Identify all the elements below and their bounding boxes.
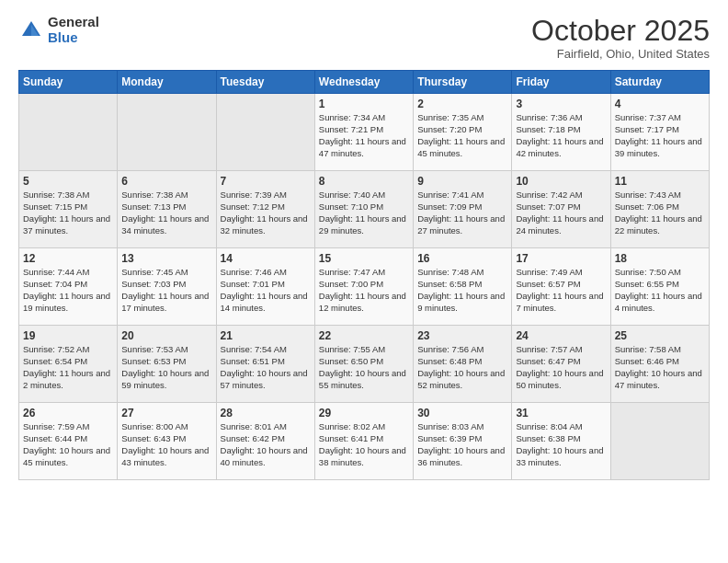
day-info: Sunrise: 7:41 AM Sunset: 7:09 PM Dayligh… — [417, 190, 507, 236]
day-info: Sunrise: 7:57 AM Sunset: 6:47 PM Dayligh… — [516, 344, 606, 391]
day-number: 25 — [615, 329, 705, 342]
calendar-header: Sunday Monday Tuesday Wednesday Thursday… — [19, 71, 710, 94]
day-info: Sunrise: 7:59 AM Sunset: 6:44 PM Dayligh… — [23, 421, 113, 468]
col-saturday: Saturday — [610, 71, 709, 94]
col-friday: Friday — [512, 71, 610, 94]
day-number: 27 — [121, 407, 211, 419]
day-info: Sunrise: 7:56 AM Sunset: 6:48 PM Dayligh… — [417, 344, 507, 391]
day-cell: 15Sunrise: 7:47 AM Sunset: 7:00 PM Dayli… — [314, 248, 413, 326]
day-number: 4 — [615, 98, 705, 110]
day-number: 26 — [23, 407, 113, 419]
day-info: Sunrise: 7:37 AM Sunset: 7:17 PM Dayligh… — [615, 112, 705, 159]
day-info: Sunrise: 7:54 AM Sunset: 6:51 PM Dayligh… — [221, 344, 311, 391]
day-info: Sunrise: 7:43 AM Sunset: 7:06 PM Dayligh… — [615, 190, 705, 236]
day-info: Sunrise: 7:36 AM Sunset: 7:18 PM Dayligh… — [516, 112, 606, 159]
col-thursday: Thursday — [414, 71, 512, 94]
logo-icon — [18, 17, 44, 43]
logo-general: General — [48, 15, 99, 30]
week-row-0: 1Sunrise: 7:34 AM Sunset: 7:21 PM Daylig… — [19, 94, 710, 171]
day-number: 3 — [516, 98, 606, 110]
day-info: Sunrise: 7:35 AM Sunset: 7:20 PM Dayligh… — [417, 112, 507, 159]
day-info: Sunrise: 8:04 AM Sunset: 6:38 PM Dayligh… — [516, 421, 606, 468]
day-cell: 13Sunrise: 7:45 AM Sunset: 7:03 PM Dayli… — [118, 248, 216, 326]
day-number: 5 — [23, 175, 113, 188]
day-cell: 5Sunrise: 7:38 AM Sunset: 7:15 PM Daylig… — [19, 171, 118, 248]
day-cell: 27Sunrise: 8:00 AM Sunset: 6:43 PM Dayli… — [118, 403, 216, 480]
col-tuesday: Tuesday — [216, 71, 314, 94]
day-cell: 29Sunrise: 8:02 AM Sunset: 6:41 PM Dayli… — [314, 403, 413, 480]
day-cell: 16Sunrise: 7:48 AM Sunset: 6:58 PM Dayli… — [414, 248, 512, 326]
day-cell: 24Sunrise: 7:57 AM Sunset: 6:47 PM Dayli… — [512, 326, 610, 403]
day-info: Sunrise: 7:42 AM Sunset: 7:07 PM Dayligh… — [516, 190, 606, 236]
day-info: Sunrise: 7:46 AM Sunset: 7:01 PM Dayligh… — [221, 267, 311, 314]
day-number: 28 — [221, 407, 311, 419]
day-number: 8 — [319, 175, 409, 188]
day-info: Sunrise: 7:38 AM Sunset: 7:15 PM Dayligh… — [23, 190, 113, 236]
week-row-3: 19Sunrise: 7:52 AM Sunset: 6:54 PM Dayli… — [19, 326, 710, 403]
day-info: Sunrise: 7:47 AM Sunset: 7:00 PM Dayligh… — [319, 267, 409, 314]
day-info: Sunrise: 7:55 AM Sunset: 6:50 PM Dayligh… — [319, 344, 409, 391]
day-info: Sunrise: 7:52 AM Sunset: 6:54 PM Dayligh… — [23, 344, 113, 391]
day-number: 20 — [121, 329, 211, 342]
day-info: Sunrise: 8:01 AM Sunset: 6:42 PM Dayligh… — [221, 421, 311, 468]
day-info: Sunrise: 7:53 AM Sunset: 6:53 PM Dayligh… — [121, 344, 211, 391]
day-number: 1 — [319, 98, 409, 110]
day-info: Sunrise: 7:44 AM Sunset: 7:04 PM Dayligh… — [23, 267, 113, 314]
calendar-body: 1Sunrise: 7:34 AM Sunset: 7:21 PM Daylig… — [19, 94, 710, 480]
day-cell: 21Sunrise: 7:54 AM Sunset: 6:51 PM Dayli… — [216, 326, 314, 403]
day-number: 24 — [516, 329, 606, 342]
day-number: 14 — [221, 252, 311, 265]
day-number: 11 — [615, 175, 705, 188]
day-number: 16 — [417, 252, 507, 265]
day-cell: 2Sunrise: 7:35 AM Sunset: 7:20 PM Daylig… — [414, 94, 512, 171]
day-cell: 8Sunrise: 7:40 AM Sunset: 7:10 PM Daylig… — [314, 171, 413, 248]
day-info: Sunrise: 8:00 AM Sunset: 6:43 PM Dayligh… — [121, 421, 211, 468]
page: General Blue October 2025 Fairfield, Ohi… — [0, 0, 728, 563]
day-cell — [118, 94, 216, 171]
day-cell: 10Sunrise: 7:42 AM Sunset: 7:07 PM Dayli… — [512, 171, 610, 248]
col-monday: Monday — [118, 71, 216, 94]
day-cell: 18Sunrise: 7:50 AM Sunset: 6:55 PM Dayli… — [610, 248, 709, 326]
day-info: Sunrise: 7:45 AM Sunset: 7:03 PM Dayligh… — [121, 267, 211, 314]
col-sunday: Sunday — [19, 71, 118, 94]
day-number: 23 — [417, 329, 507, 342]
day-cell: 22Sunrise: 7:55 AM Sunset: 6:50 PM Dayli… — [314, 326, 413, 403]
day-number: 19 — [23, 329, 113, 342]
day-cell: 25Sunrise: 7:58 AM Sunset: 6:46 PM Dayli… — [610, 326, 709, 403]
day-info: Sunrise: 7:58 AM Sunset: 6:46 PM Dayligh… — [615, 344, 705, 391]
day-number: 18 — [615, 252, 705, 265]
day-cell: 6Sunrise: 7:38 AM Sunset: 7:13 PM Daylig… — [118, 171, 216, 248]
header: General Blue October 2025 Fairfield, Ohi… — [18, 15, 710, 61]
day-number: 7 — [221, 175, 311, 188]
day-cell: 1Sunrise: 7:34 AM Sunset: 7:21 PM Daylig… — [314, 94, 413, 171]
day-number: 21 — [221, 329, 311, 342]
day-cell: 11Sunrise: 7:43 AM Sunset: 7:06 PM Dayli… — [610, 171, 709, 248]
day-cell: 30Sunrise: 8:03 AM Sunset: 6:39 PM Dayli… — [414, 403, 512, 480]
day-number: 30 — [417, 407, 507, 419]
day-cell: 9Sunrise: 7:41 AM Sunset: 7:09 PM Daylig… — [414, 171, 512, 248]
day-number: 10 — [516, 175, 606, 188]
day-cell: 28Sunrise: 8:01 AM Sunset: 6:42 PM Dayli… — [216, 403, 314, 480]
day-number: 22 — [319, 329, 409, 342]
day-cell: 4Sunrise: 7:37 AM Sunset: 7:17 PM Daylig… — [610, 94, 709, 171]
day-cell: 12Sunrise: 7:44 AM Sunset: 7:04 PM Dayli… — [19, 248, 118, 326]
day-cell: 14Sunrise: 7:46 AM Sunset: 7:01 PM Dayli… — [216, 248, 314, 326]
logo-text: General Blue — [48, 15, 99, 45]
day-cell: 26Sunrise: 7:59 AM Sunset: 6:44 PM Dayli… — [19, 403, 118, 480]
title-section: October 2025 Fairfield, Ohio, United Sta… — [531, 15, 710, 61]
day-cell — [216, 94, 314, 171]
day-cell: 17Sunrise: 7:49 AM Sunset: 6:57 PM Dayli… — [512, 248, 610, 326]
day-cell — [610, 403, 709, 480]
day-info: Sunrise: 7:49 AM Sunset: 6:57 PM Dayligh… — [516, 267, 606, 314]
day-info: Sunrise: 7:39 AM Sunset: 7:12 PM Dayligh… — [221, 190, 311, 236]
day-cell: 3Sunrise: 7:36 AM Sunset: 7:18 PM Daylig… — [512, 94, 610, 171]
day-number: 2 — [417, 98, 507, 110]
day-number: 29 — [319, 407, 409, 419]
day-cell: 20Sunrise: 7:53 AM Sunset: 6:53 PM Dayli… — [118, 326, 216, 403]
day-number: 6 — [121, 175, 211, 188]
day-info: Sunrise: 7:48 AM Sunset: 6:58 PM Dayligh… — [417, 267, 507, 314]
col-wednesday: Wednesday — [314, 71, 413, 94]
day-info: Sunrise: 8:03 AM Sunset: 6:39 PM Dayligh… — [417, 421, 507, 468]
day-number: 15 — [319, 252, 409, 265]
header-row: Sunday Monday Tuesday Wednesday Thursday… — [19, 71, 710, 94]
